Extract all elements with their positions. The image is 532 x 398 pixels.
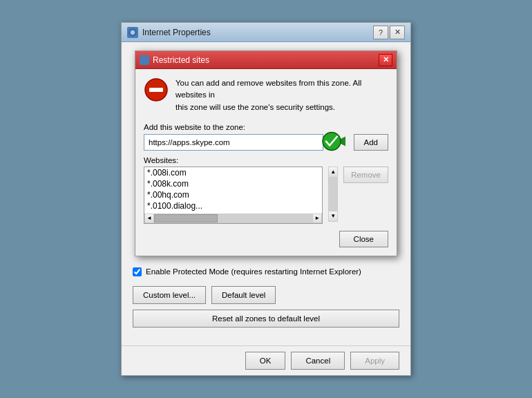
green-check-indicator <box>322 129 345 155</box>
horizontal-scrollbar[interactable]: ◄ ► <box>144 214 322 223</box>
inner-content: You can add and remove websites from thi… <box>135 69 397 256</box>
outer-window-controls: ? ✕ <box>373 26 405 39</box>
scroll-left-button[interactable]: ◄ <box>144 214 154 223</box>
custom-level-button[interactable]: Custom level... <box>133 286 206 304</box>
outer-content: Restricted sites ✕ You can add and remov… <box>122 42 410 345</box>
outer-close-button[interactable]: ✕ <box>390 26 405 39</box>
cancel-button[interactable]: Cancel <box>291 352 345 370</box>
websites-label: Websites: <box>144 156 388 164</box>
outer-window-icon <box>127 27 138 38</box>
websites-list-container: *.008i.com *.008k.com *.00hq.com *.0100.… <box>144 167 388 224</box>
protected-mode-row: Enable Protected Mode (requires restarti… <box>133 265 399 279</box>
list-item[interactable]: *.008k.com <box>144 178 322 189</box>
internet-properties-window: Internet Properties ? ✕ Restricted sites… <box>121 22 411 376</box>
add-label: Add this website to the zone: <box>144 123 388 131</box>
info-row: You can add and remove websites from thi… <box>144 77 388 113</box>
add-button[interactable]: Add <box>354 134 388 151</box>
scroll-down-button[interactable]: ▼ <box>329 211 337 221</box>
apply-button[interactable]: Apply <box>350 352 399 370</box>
outer-titlebar: Internet Properties ? ✕ <box>122 23 410 42</box>
websites-list-box: *.008i.com *.008k.com *.00hq.com *.0100.… <box>144 167 323 224</box>
ok-button[interactable]: OK <box>245 352 286 370</box>
inner-window-title: Restricted sites <box>153 55 379 65</box>
scroll-thumb[interactable] <box>154 214 218 222</box>
scroll-track-area[interactable] <box>329 177 337 211</box>
svg-point-1 <box>131 30 135 35</box>
default-level-button[interactable]: Default level <box>211 286 276 304</box>
inner-close-button[interactable]: ✕ <box>379 54 392 66</box>
inner-window-icon <box>140 55 149 65</box>
protected-mode-checkbox[interactable] <box>133 267 142 276</box>
outer-window-title: Internet Properties <box>142 28 373 37</box>
add-input-wrapper <box>144 134 323 151</box>
close-dialog-button[interactable]: Close <box>339 231 388 247</box>
add-website-input[interactable] <box>144 134 323 151</box>
inner-titlebar: Restricted sites ✕ <box>135 51 397 69</box>
scroll-right-button[interactable]: ► <box>312 214 322 223</box>
add-website-section: Add this website to the zone: <box>144 123 388 151</box>
scroll-up-button[interactable]: ▲ <box>329 167 337 177</box>
remove-button: Remove <box>343 167 388 183</box>
list-item[interactable]: *.0100.dialog... <box>144 200 322 211</box>
list-item[interactable]: *.008i.com <box>144 167 322 178</box>
info-text: You can add and remove websites from thi… <box>175 77 388 113</box>
level-buttons-row: Custom level... Default level <box>133 286 399 304</box>
svg-rect-4 <box>149 88 163 92</box>
restricted-sites-dialog: Restricted sites ✕ You can add and remov… <box>135 50 397 256</box>
svg-point-2 <box>142 57 147 63</box>
reset-zones-button[interactable]: Reset all zones to default level <box>133 310 399 328</box>
protected-mode-label: Enable Protected Mode (requires restarti… <box>146 267 361 276</box>
websites-list-items: *.008i.com *.008k.com *.00hq.com *.0100.… <box>144 167 322 213</box>
no-entry-icon <box>144 77 169 102</box>
websites-section: Websites: *.008i.com *.008k.com *.00hq.c… <box>144 156 388 224</box>
outer-bottom-buttons: OK Cancel Apply <box>122 345 410 375</box>
help-button[interactable]: ? <box>373 26 388 39</box>
list-item[interactable]: *.00hq.com <box>144 189 322 200</box>
vertical-scrollbar[interactable]: ▲ ▼ <box>328 167 338 222</box>
scroll-track[interactable] <box>154 214 312 223</box>
add-input-row: Add <box>144 134 388 151</box>
dialog-bottom-row: Close <box>144 231 388 247</box>
